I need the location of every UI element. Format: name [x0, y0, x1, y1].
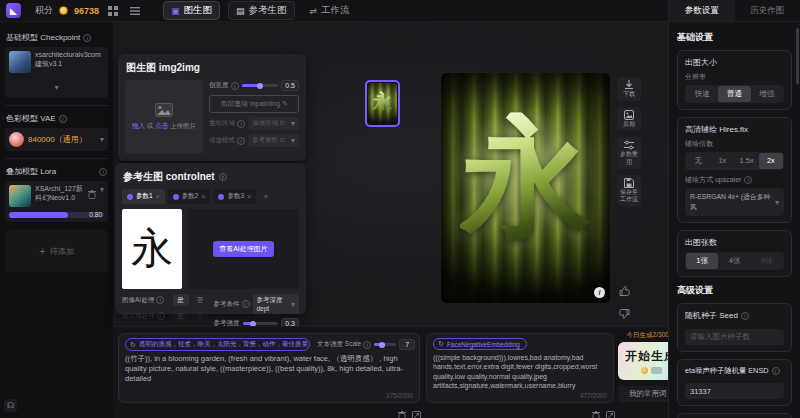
image-icon: ▣ [171, 6, 180, 16]
hires-fix-card: 高清辅绘 Hires.fix 辅绘倍数 无 1x 1.5x 2x 辅绘方式 up… [677, 117, 792, 223]
lora-weight-slider[interactable]: 0.80 [9, 212, 104, 218]
img2img-panel: 图生图 img2img 拖入 或 点击 上传图片 创意度 0.5 局部重绘 in… [118, 54, 306, 161]
negative-char-count: 477/2000 [580, 392, 607, 399]
checkpoint-section-title: 基础模型 Checkpoint [6, 32, 107, 43]
image-info-icon[interactable]: i [594, 287, 605, 298]
info-icon[interactable] [231, 82, 239, 90]
info-icon[interactable] [744, 176, 752, 184]
tab-img2img[interactable]: ▣ 图生图 [163, 1, 220, 20]
denoise-slider[interactable] [242, 84, 279, 87]
option-1-5x[interactable]: 1.5x [735, 153, 759, 169]
app-logo-icon[interactable]: ◣ [6, 3, 21, 18]
positive-prompt-text[interactable]: ((竹子)), in a blooming garden, (fresh and… [125, 354, 413, 394]
option-1x[interactable]: 1x [710, 153, 734, 169]
condition-dropdown[interactable]: 参考深度 dept [253, 294, 300, 314]
info-icon[interactable] [99, 168, 107, 176]
controlnet-tab-1[interactable]: 参数1 [122, 189, 165, 204]
upscaler-dropdown[interactable]: R-ESRGAN 4x+ (适合多种风 [685, 188, 784, 216]
option-4[interactable]: 4张 [718, 253, 750, 269]
cfg-scale-value[interactable]: 7 [399, 339, 415, 350]
batch-count-title: 出图张数 [685, 237, 784, 248]
info-icon[interactable] [741, 312, 749, 320]
reuse-params-button[interactable]: 参数重用 [617, 137, 641, 168]
controlnet-tab-2[interactable]: 参数2 [168, 189, 211, 204]
option-fast[interactable]: 快速 [686, 86, 718, 102]
gallery-grid-icon[interactable] [105, 4, 121, 18]
info-icon[interactable] [156, 296, 164, 304]
controlnet-tabs: 参数1 参数2 参数3 + [115, 189, 306, 204]
close-icon[interactable] [201, 193, 205, 200]
negative-prompt-text[interactable]: (((simple background))),lowres,bad anato… [433, 353, 607, 393]
option-normal[interactable]: 普通 [718, 86, 750, 102]
negative-embedding-pill[interactable]: FaceNegativeEmbedding [433, 338, 527, 350]
seed-card: 随机种子 Seed [677, 303, 792, 352]
redraw-area-dropdown[interactable]: 涂抹区域 In [248, 117, 299, 130]
download-button[interactable]: 下载 [617, 77, 641, 101]
view-ai-processed-button[interactable]: 查看AI处理图片 [213, 241, 274, 257]
option-2x[interactable]: 2x [759, 153, 783, 169]
prompt-tags-pill[interactable]: 透明的质感，轻柔，唯美，太阳光，背景，动作，最佳质量 [125, 338, 310, 351]
info-icon[interactable] [59, 115, 67, 123]
resolution-label: 分辨率 [685, 72, 784, 82]
checkpoint-card[interactable]: xsarchitecturalv3com建筑v3.1 [5, 47, 108, 98]
reference-image[interactable]: 永 [122, 209, 182, 289]
info-icon[interactable] [772, 367, 780, 375]
expand-prompt-icon[interactable] [606, 406, 615, 418]
expand-prompt-icon[interactable] [412, 406, 421, 418]
save-workflow-button[interactable]: 保存至工作流 [617, 175, 641, 206]
condition-label: 参考条件 [214, 300, 250, 309]
image-upload-dropzone[interactable]: 拖入 或 点击 上传图片 [125, 80, 203, 154]
positive-prompt-box[interactable]: 透明的质感，轻柔，唯美，太阳光，背景，动作，最佳质量 文本强度 Scale 7 … [118, 333, 420, 403]
seed-input[interactable] [685, 329, 784, 345]
clear-prompt-icon[interactable] [592, 406, 600, 418]
option-1[interactable]: 1张 [686, 253, 718, 269]
info-icon[interactable] [83, 34, 91, 42]
clear-prompt-icon[interactable] [398, 406, 406, 418]
postprocess-button[interactable]: 后期 [617, 107, 641, 131]
cfg-scale-slider[interactable] [374, 343, 396, 346]
strength-slider[interactable] [243, 322, 279, 325]
info-icon[interactable] [363, 341, 371, 349]
ensd-card: eta噪声种子随机量 ENSD [677, 359, 792, 407]
thumbs-down-icon[interactable] [619, 305, 630, 323]
denoise-value[interactable]: 0.5 [281, 80, 299, 91]
chevron-down-icon[interactable] [54, 83, 58, 92]
ensd-input[interactable] [685, 383, 784, 399]
batch-count-segmented: 1张 4张 9张 [685, 252, 784, 270]
option-enhanced[interactable]: 增强 [751, 86, 783, 102]
lora-card[interactable]: XSArchi_127新科幻Neov1.0 0.80 [5, 181, 108, 222]
thumbs-up-icon[interactable] [619, 282, 630, 300]
trash-icon[interactable] [88, 185, 96, 207]
add-unit-button[interactable]: + [259, 192, 272, 202]
unit-dot-icon [127, 194, 133, 200]
coin-icon [641, 367, 648, 374]
negative-prompt-box[interactable]: FaceNegativeEmbedding (((simple backgrou… [426, 333, 614, 403]
support-icon[interactable]: ☊ [4, 399, 17, 412]
generation-cost-badge [641, 367, 662, 374]
vae-selector[interactable]: 840000（通用） [5, 128, 108, 151]
scale-mode-dropdown[interactable]: 参考原图 cr [248, 134, 299, 147]
tab-parameter-settings[interactable]: 参数设置 [669, 0, 735, 21]
clipboard-icon: ▤ [236, 6, 245, 16]
option-none[interactable]: 无 [686, 153, 710, 169]
close-icon[interactable] [156, 193, 160, 200]
hires-multiple-label: 辅绘倍数 [685, 139, 784, 149]
generated-image[interactable]: 永 i [441, 73, 610, 303]
add-lora-button[interactable]: 待添加 [5, 230, 108, 272]
ai-process-toggle[interactable]: 是否 [173, 294, 208, 306]
close-icon[interactable] [247, 193, 251, 200]
tab-history[interactable]: 历史作图 [735, 0, 800, 21]
scrollbar-thumb[interactable] [796, 28, 799, 84]
controlnet-tab-3[interactable]: 参数3 [213, 189, 256, 204]
vae-section-title: 色彩模型 VAE [6, 113, 107, 124]
redraw-area-label: 重绘区域 [209, 119, 245, 128]
info-icon[interactable] [242, 300, 250, 308]
chevron-down-icon[interactable] [100, 185, 104, 207]
inpaint-button[interactable]: 局部重绘 inpainting ✎ [209, 95, 299, 113]
result-thumbnail-selected[interactable]: 永 [365, 80, 400, 127]
tab-workflow[interactable]: ⇌ 工作流 [303, 2, 357, 19]
denoise-label: 创意度 [209, 81, 239, 90]
menu-icon[interactable] [127, 4, 143, 18]
info-icon[interactable] [219, 173, 227, 181]
tab-reference-gen[interactable]: ▤ 参考生图 [228, 1, 295, 20]
